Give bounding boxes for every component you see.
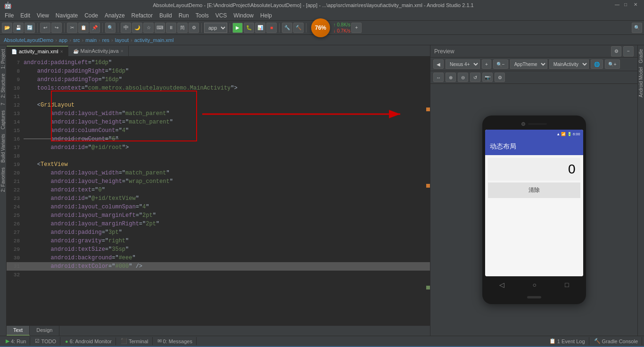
profile-button[interactable]: 📊 [255, 23, 265, 33]
preview-zoom-in[interactable]: 🔍+ [605, 59, 620, 69]
ime-pause-btn[interactable]: ⏸ [166, 23, 176, 33]
preview-btn-6[interactable]: ⚙ [495, 73, 505, 82]
toolbar-save-button[interactable]: 💾 [13, 23, 24, 33]
nav-project[interactable]: AbsoluteLayoutDemo [4, 37, 53, 43]
panel-favorites[interactable]: 2: Favorites [0, 165, 6, 194]
menu-item-edit[interactable]: Edit [17, 11, 33, 20]
preview-btn-4[interactable]: ↺ [470, 73, 480, 82]
code-line-9: 9 android:paddingTop="16dp" [7, 75, 430, 84]
nav-recent-button[interactable]: □ [565, 281, 569, 289]
toolbar-redo-button[interactable]: ↪ [51, 23, 62, 33]
nav-src[interactable]: src [73, 37, 80, 43]
tab-design[interactable]: Design [30, 326, 59, 336]
nav-home-button[interactable]: ○ [533, 281, 537, 289]
menu-item-build[interactable]: Build [157, 11, 175, 20]
editor-area: 📄 activity_main.xml × ☕ MainActivity.jav… [7, 45, 430, 336]
run-button[interactable]: ▶ [232, 23, 243, 33]
theme-selector[interactable]: AppTheme [510, 59, 547, 69]
toolbar-sync-button[interactable]: 🔄 [25, 23, 35, 33]
nav-layout[interactable]: layout [115, 37, 129, 43]
ime-settings-btn[interactable]: ⚙ [189, 23, 199, 33]
sync-gradle-button[interactable]: 🔧 [282, 23, 292, 33]
panel-android-model[interactable]: Android Model [638, 65, 644, 99]
device-selector[interactable]: Nexus 4+ [446, 59, 480, 69]
app-selector[interactable]: app [204, 23, 227, 33]
menu-item-tools[interactable]: Tools [193, 11, 212, 20]
bottom-tab-todo[interactable]: ☑ TODO [31, 337, 60, 345]
menu-item-help[interactable]: Help [257, 11, 275, 20]
panel-structure[interactable]: 2: Structure [0, 72, 6, 100]
preview-btn-1[interactable]: ↔ [433, 73, 444, 82]
menu-item-navigate[interactable]: Navigate [53, 11, 81, 20]
toolbar-copy-button[interactable]: 📋 [78, 23, 89, 33]
code-editor[interactable]: 7 android:paddingLeft="16dp" 8 android:p… [7, 57, 430, 325]
nav-file[interactable]: activity_main.xml [134, 37, 174, 43]
preview-locale-button[interactable]: 🌐 [591, 59, 603, 69]
stop-button[interactable]: ■ [266, 23, 277, 33]
nav-back-button[interactable]: ◁ [499, 281, 504, 289]
menu-item-window[interactable]: Window [231, 11, 256, 20]
ime-chinese-btn[interactable]: 中 [121, 23, 131, 33]
nav-main[interactable]: main [85, 37, 97, 43]
panel-project[interactable]: 1: Project [0, 47, 6, 71]
search-button[interactable]: 🔍 [632, 23, 642, 33]
build-button[interactable]: 🔨 [293, 23, 304, 33]
menu-item-code[interactable]: Code [82, 11, 101, 20]
ime-keyboard-btn[interactable]: ⌨ [155, 23, 165, 33]
panel-7[interactable]: 7 [0, 101, 6, 107]
bottom-tab-gradle-console[interactable]: 🔨 Gradle Console [590, 337, 642, 345]
preview-prev-button[interactable]: ◀ [433, 59, 444, 69]
bottom-tab-run[interactable]: ▶ 4: Run [2, 337, 30, 345]
gradle-progress-button[interactable]: 76% [311, 18, 330, 37]
ime-simple-btn[interactable]: 简 [177, 23, 188, 33]
preview-zoom-out[interactable]: 🔍− [493, 59, 508, 69]
ime-star-btn[interactable]: ☆ [143, 23, 154, 33]
menu-item-run[interactable]: Run [176, 11, 192, 20]
close-button[interactable]: ✕ [634, 2, 640, 8]
tab-text[interactable]: Text [7, 326, 30, 336]
debug-button[interactable]: 🐛 [244, 23, 254, 33]
preview-toolbar: ◀ Nexus 4+ + 🔍− AppTheme MainActivity 🌐 … [430, 58, 637, 71]
panel-gradle[interactable]: Gradle [638, 47, 644, 65]
preview-btn-3[interactable]: ⊖ [458, 73, 468, 82]
menu-item-refactor[interactable]: Refactor [129, 11, 156, 20]
maximize-button[interactable]: □ [624, 2, 631, 8]
menu-item-file[interactable]: File [2, 11, 17, 20]
preview-btn-5[interactable]: 📷 [482, 73, 493, 82]
menu-item-analyze[interactable]: Analyze [102, 11, 128, 20]
toolbar-cut-button[interactable]: ✂ [67, 23, 77, 33]
bottom-tab-messages[interactable]: ✉ 0: Messages [154, 337, 197, 345]
speed-down: ↓ 0.7K/s [333, 28, 350, 34]
code-line-31: 31 android:textColor="#000" /> [7, 262, 430, 271]
preview-close-button[interactable]: − [623, 46, 634, 57]
menu-item-vcs[interactable]: VCS [213, 11, 230, 20]
minimize-button[interactable]: — [615, 2, 621, 8]
bottom-tab-android-monitor[interactable]: ● 6: Android Monitor [61, 338, 116, 345]
toolbar-find-button[interactable]: 🔍 [105, 23, 116, 33]
bottom-tab-terminal[interactable]: ⬛ Terminal [117, 337, 153, 345]
ime-moon-btn[interactable]: 🌙 [132, 23, 142, 33]
tab-activity-main[interactable]: 📄 activity_main.xml × [7, 46, 68, 56]
toolbar-undo-button[interactable]: ↩ [40, 23, 50, 33]
gutter-marker-1 [426, 107, 430, 111]
code-line-7: 7 android:paddingLeft="16dp" [7, 58, 430, 67]
activity-selector[interactable]: MainActivity [549, 59, 589, 69]
code-line-29: 29 android:textSize="35sp" [7, 245, 430, 254]
toolbar-open-button[interactable]: 📂 [2, 23, 12, 33]
code-line-26: 26 android:layout_marginRight="2pt" [7, 220, 430, 228]
menu-item-view[interactable]: View [34, 11, 52, 20]
bottom-tab-event-log[interactable]: 📋 1 Event Log [545, 337, 589, 345]
preview-btn-2[interactable]: ⊕ [446, 73, 456, 82]
toolbar-paste-button[interactable]: 📌 [90, 23, 100, 33]
nav-res[interactable]: res [102, 37, 109, 43]
editor-mode-tabs: Text Design [7, 325, 430, 336]
clear-button-phone[interactable]: 清除 [488, 182, 580, 198]
nav-app[interactable]: app [59, 37, 67, 43]
tab-mainactivity[interactable]: ☕ MainActivity.java × [68, 46, 129, 56]
plus-button[interactable]: + [351, 23, 362, 33]
panel-captures[interactable]: Captures [0, 108, 6, 132]
preview-settings-button[interactable]: ⚙ [611, 46, 621, 57]
preview-new-button[interactable]: + [482, 59, 491, 69]
panel-build-variants[interactable]: Build Variants [0, 132, 6, 165]
code-line-16: 16 android:rowCount="6" [7, 135, 430, 143]
